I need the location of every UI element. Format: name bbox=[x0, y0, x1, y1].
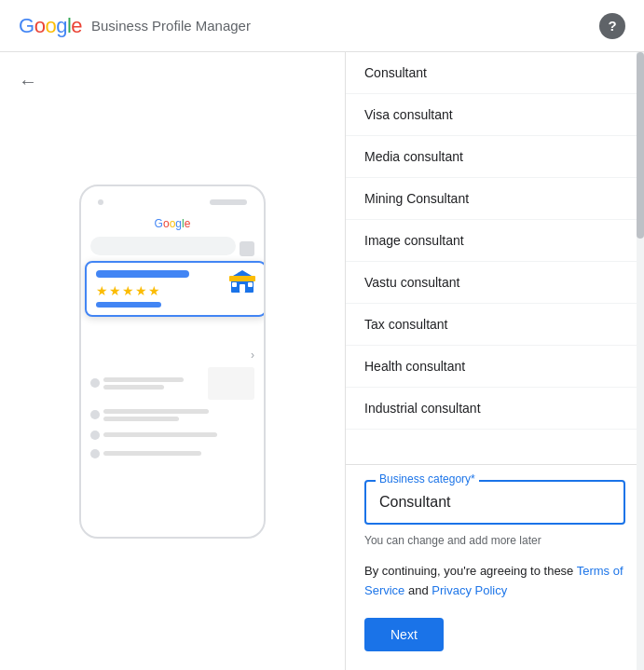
right-panel: Consultant Visa consultant Media consult… bbox=[345, 52, 644, 670]
business-category-input[interactable] bbox=[364, 480, 625, 525]
phone-clock-icon bbox=[90, 410, 100, 419]
terms-text: By continuing, you're agreeing to these … bbox=[364, 562, 625, 601]
app-title: Business Profile Manager bbox=[91, 18, 251, 34]
phone-globe-icon bbox=[90, 449, 100, 458]
svg-rect-3 bbox=[232, 282, 237, 287]
phone-search-btn bbox=[240, 241, 254, 256]
card-sub-bar bbox=[96, 302, 161, 308]
svg-rect-4 bbox=[248, 282, 253, 287]
privacy-policy-link[interactable]: Privacy Policy bbox=[432, 583, 507, 597]
phone-status-line bbox=[210, 199, 247, 205]
phone-text-group-4 bbox=[103, 451, 254, 456]
card-title-bar bbox=[96, 270, 189, 278]
form-area: Business category* You can change and ad… bbox=[346, 465, 644, 670]
scrollbar-track bbox=[637, 52, 644, 670]
business-category-input-group: Business category* bbox=[364, 480, 625, 525]
svg-rect-2 bbox=[240, 284, 245, 293]
phone-dot bbox=[98, 199, 103, 205]
terms-prefix: By continuing, you're agreeing to these bbox=[364, 564, 577, 578]
phone-top-bar bbox=[90, 196, 254, 209]
card-content: ★★★★★ bbox=[96, 270, 255, 308]
scrollbar-thumb[interactable] bbox=[637, 52, 644, 239]
dropdown-item-consultant[interactable]: Consultant bbox=[346, 52, 644, 94]
dropdown-item-visa-consultant[interactable]: Visa consultant bbox=[346, 94, 644, 136]
left-panel: ← Google bbox=[0, 52, 345, 670]
business-card: ★★★★★ bbox=[85, 261, 266, 317]
dropdown-item-vastu-consultant[interactable]: Vastu consultant bbox=[346, 262, 644, 304]
phone-search-bar bbox=[90, 237, 236, 255]
help-button[interactable]: ? bbox=[599, 13, 625, 39]
phone-text-line-1a bbox=[103, 377, 184, 382]
phone-text-line-2a bbox=[103, 409, 209, 414]
phone-bottom-section: › bbox=[90, 349, 254, 460]
svg-marker-5 bbox=[233, 270, 252, 276]
phone-phone-icon bbox=[90, 431, 100, 440]
phone-text-line-1b bbox=[103, 385, 164, 390]
header: Google Business Profile Manager ? bbox=[0, 0, 644, 52]
main-content: ← Google bbox=[0, 52, 644, 670]
shop-icon-area bbox=[227, 267, 257, 300]
google-logo-area: Google Business Profile Manager bbox=[19, 14, 251, 38]
phone-text-line-4a bbox=[103, 451, 201, 456]
phone-text-line-2b bbox=[103, 417, 179, 421]
helper-text: You can change and add more later bbox=[364, 532, 625, 549]
phone-list-item-1 bbox=[90, 365, 254, 402]
phone-map-thumb bbox=[208, 367, 254, 400]
dropdown-item-tax-consultant[interactable]: Tax consultant bbox=[346, 304, 644, 346]
phone-text-group-2 bbox=[103, 409, 254, 421]
phone-list-item-4 bbox=[90, 447, 254, 460]
phone-text-group-1 bbox=[103, 377, 204, 390]
phone-location-icon bbox=[90, 378, 100, 388]
phone-list-item-2 bbox=[90, 407, 254, 423]
input-label: Business category* bbox=[376, 472, 479, 485]
svg-rect-1 bbox=[229, 276, 255, 281]
shop-icon bbox=[227, 267, 257, 296]
dropdown-item-health-consultant[interactable]: Health consultant bbox=[346, 346, 644, 388]
phone-mockup: Google ★★★★★ bbox=[79, 185, 266, 539]
terms-middle: and bbox=[404, 583, 432, 597]
google-logo: Google bbox=[19, 14, 82, 38]
phone-chevron-icon: › bbox=[251, 349, 254, 362]
back-button[interactable]: ← bbox=[19, 71, 37, 92]
next-button[interactable]: Next bbox=[364, 618, 444, 651]
dropdown-item-mining-consultant[interactable]: Mining Consultant bbox=[346, 178, 644, 220]
phone-google-logo: Google bbox=[90, 214, 254, 231]
phone-text-group-3 bbox=[103, 432, 254, 437]
dropdown-list[interactable]: Consultant Visa consultant Media consult… bbox=[346, 52, 644, 465]
dropdown-item-image-consultant[interactable]: Image consultant bbox=[346, 220, 644, 262]
phone-search-area bbox=[90, 237, 254, 261]
phone-chevron-row: › bbox=[90, 349, 254, 362]
dropdown-item-media-consultant[interactable]: Media consultant bbox=[346, 136, 644, 178]
phone-text-line-3a bbox=[103, 432, 217, 437]
dropdown-item-industrial-consultant[interactable]: Industrial consultant bbox=[346, 388, 644, 430]
phone-list-item-3 bbox=[90, 429, 254, 442]
